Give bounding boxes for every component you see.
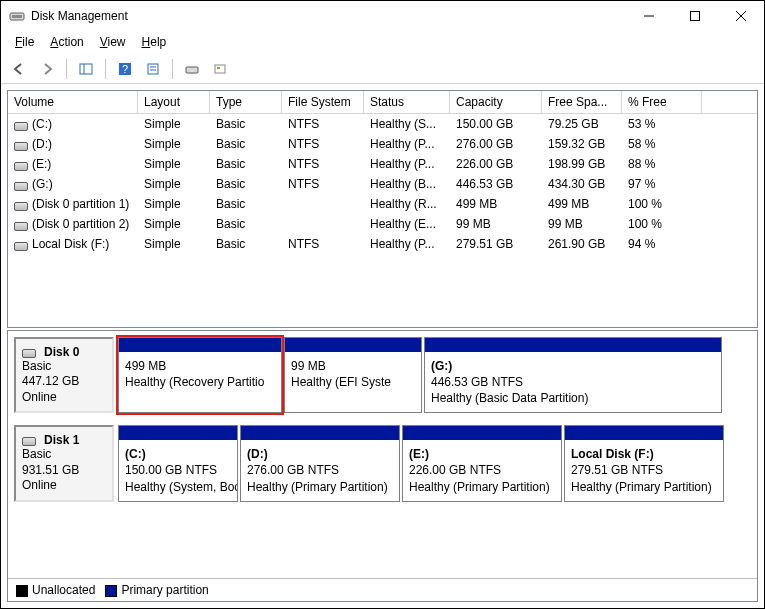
cell: Basic xyxy=(210,215,282,233)
volume-list-header: VolumeLayoutTypeFile SystemStatusCapacit… xyxy=(8,91,757,114)
cell: Healthy (B... xyxy=(364,175,450,193)
disk-info[interactable]: Disk 0Basic447.12 GBOnline xyxy=(14,337,114,414)
cell: 226.00 GB xyxy=(450,155,542,173)
close-button[interactable] xyxy=(718,1,764,31)
settings-button[interactable] xyxy=(208,57,232,81)
cell: Basic xyxy=(210,115,282,133)
menu-action-label: ction xyxy=(58,35,83,49)
column-header[interactable]: Free Spa... xyxy=(542,91,622,113)
cell: Basic xyxy=(210,195,282,213)
volume-list[interactable]: VolumeLayoutTypeFile SystemStatusCapacit… xyxy=(7,90,758,328)
svg-rect-15 xyxy=(217,67,220,69)
volume-row[interactable]: (D:)SimpleBasicNTFSHealthy (P...276.00 G… xyxy=(8,134,757,154)
column-header[interactable]: % Free xyxy=(622,91,702,113)
column-header[interactable]: Status xyxy=(364,91,450,113)
disk-scroll-area[interactable]: Disk 0Basic447.12 GBOnline499 MBHealthy … xyxy=(8,331,757,578)
volume-row[interactable]: (Disk 0 partition 2)SimpleBasicHealthy (… xyxy=(8,214,757,234)
cell: (Disk 0 partition 1) xyxy=(8,195,138,213)
menu-help[interactable]: Help xyxy=(134,33,175,51)
menu-file[interactable]: File xyxy=(7,33,42,51)
cell: 100 % xyxy=(622,215,702,233)
menu-action[interactable]: Action xyxy=(42,33,91,51)
cell: (G:) xyxy=(8,175,138,193)
maximize-button[interactable] xyxy=(672,1,718,31)
column-header[interactable]: Volume xyxy=(8,91,138,113)
app-icon xyxy=(9,8,25,24)
cell: (C:) xyxy=(8,115,138,133)
svg-rect-6 xyxy=(80,64,92,74)
volume-row[interactable]: (E:)SimpleBasicNTFSHealthy (P...226.00 G… xyxy=(8,154,757,174)
cell: 446.53 GB xyxy=(450,175,542,193)
cell: 261.90 GB xyxy=(542,235,622,253)
volume-row[interactable]: (Disk 0 partition 1)SimpleBasicHealthy (… xyxy=(8,194,757,214)
cell xyxy=(282,195,364,213)
partition-stripe xyxy=(425,338,721,352)
svg-rect-1 xyxy=(12,15,22,18)
help-button[interactable]: ? xyxy=(113,57,137,81)
cell: Simple xyxy=(138,175,210,193)
volume-row[interactable]: (C:)SimpleBasicNTFSHealthy (S...150.00 G… xyxy=(8,114,757,134)
svg-rect-3 xyxy=(691,12,700,21)
column-header[interactable]: Type xyxy=(210,91,282,113)
volume-list-body[interactable]: (C:)SimpleBasicNTFSHealthy (S...150.00 G… xyxy=(8,114,757,327)
console-tree-button[interactable] xyxy=(74,57,98,81)
cell: 53 % xyxy=(622,115,702,133)
back-button[interactable] xyxy=(7,57,31,81)
cell: Healthy (R... xyxy=(364,195,450,213)
disk-icon xyxy=(22,347,36,357)
column-header[interactable]: Capacity xyxy=(450,91,542,113)
menu-view-label: iew xyxy=(108,35,126,49)
partition-stripe xyxy=(119,426,237,440)
cell: NTFS xyxy=(282,235,364,253)
cell: 276.00 GB xyxy=(450,135,542,153)
column-header[interactable]: Layout xyxy=(138,91,210,113)
svg-rect-13 xyxy=(186,67,198,73)
disk-partitions: 499 MBHealthy (Recovery Partitio99 MBHea… xyxy=(118,337,751,414)
drive-icon xyxy=(14,180,28,190)
drive-icon xyxy=(14,220,28,230)
cell: 99 MB xyxy=(450,215,542,233)
cell: Simple xyxy=(138,235,210,253)
partition[interactable]: 99 MBHealthy (EFI Syste xyxy=(284,337,422,414)
column-header[interactable]: File System xyxy=(282,91,364,113)
cell: 94 % xyxy=(622,235,702,253)
disk-row: Disk 0Basic447.12 GBOnline499 MBHealthy … xyxy=(8,331,757,420)
partition[interactable]: 499 MBHealthy (Recovery Partitio xyxy=(118,337,282,414)
partition-stripe xyxy=(285,338,421,352)
cell: Basic xyxy=(210,155,282,173)
volume-row[interactable]: (G:)SimpleBasicNTFSHealthy (B...446.53 G… xyxy=(8,174,757,194)
disk-info[interactable]: Disk 1Basic931.51 GBOnline xyxy=(14,425,114,502)
cell: Simple xyxy=(138,155,210,173)
legend-primary: Primary partition xyxy=(105,583,208,597)
menubar: File Action View Help xyxy=(1,31,764,55)
cell: 150.00 GB xyxy=(450,115,542,133)
titlebar[interactable]: Disk Management xyxy=(1,1,764,31)
cell: Healthy (E... xyxy=(364,215,450,233)
disk-row: Disk 1Basic931.51 GBOnline(C:)150.00 GB … xyxy=(8,419,757,508)
cell: Simple xyxy=(138,215,210,233)
cell: 99 MB xyxy=(542,215,622,233)
forward-button[interactable] xyxy=(35,57,59,81)
partition[interactable]: Local Disk (F:)279.51 GB NTFSHealthy (Pr… xyxy=(564,425,724,502)
cell: 279.51 GB xyxy=(450,235,542,253)
cell: 100 % xyxy=(622,195,702,213)
cell: Basic xyxy=(210,135,282,153)
cell: 434.30 GB xyxy=(542,175,622,193)
partition[interactable]: (D:)276.00 GB NTFSHealthy (Primary Parti… xyxy=(240,425,400,502)
legend: Unallocated Primary partition xyxy=(8,578,757,601)
partition[interactable]: (E:)226.00 GB NTFSHealthy (Primary Parti… xyxy=(402,425,562,502)
volume-row[interactable]: Local Disk (F:)SimpleBasicNTFSHealthy (P… xyxy=(8,234,757,254)
partition[interactable]: (C:)150.00 GB NTFSHealthy (System, Boot,… xyxy=(118,425,238,502)
refresh-button[interactable] xyxy=(180,57,204,81)
cell: Simple xyxy=(138,115,210,133)
window-title: Disk Management xyxy=(31,9,626,23)
minimize-button[interactable] xyxy=(626,1,672,31)
menu-view[interactable]: View xyxy=(92,33,134,51)
toolbar-separator xyxy=(172,59,173,79)
partition-stripe xyxy=(241,426,399,440)
partition[interactable]: (G:)446.53 GB NTFSHealthy (Basic Data Pa… xyxy=(424,337,722,414)
properties-button[interactable] xyxy=(141,57,165,81)
cell: 499 MB xyxy=(450,195,542,213)
drive-icon xyxy=(14,120,28,130)
cell: 198.99 GB xyxy=(542,155,622,173)
